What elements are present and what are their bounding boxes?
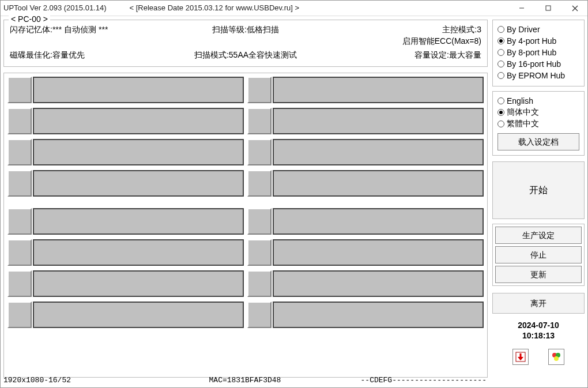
- flash-memory-label: 闪存记忆体:*** 自动侦测 ***: [10, 25, 165, 35]
- slot-row: [7, 139, 244, 165]
- status-resolution: 1920x1080-16/52: [3, 376, 163, 385]
- radio-icon: [497, 120, 504, 127]
- exit-button[interactable]: 离开: [492, 293, 585, 314]
- load-config-button[interactable]: 载入设定档: [497, 133, 579, 150]
- production-settings-button[interactable]: 生产设定: [495, 227, 582, 244]
- slot-row: [247, 170, 484, 197]
- hub-option-label: By 8-port Hub: [507, 48, 556, 57]
- hub-mode-group: By DriverBy 4-port HubBy 8-port HubBy 16…: [492, 20, 585, 86]
- time-text: 10:18:13: [492, 331, 585, 341]
- slot-index: [7, 77, 32, 103]
- slot-index: [7, 108, 32, 134]
- hub-option-label: By 4-port Hub: [507, 36, 556, 46]
- slot-bar: [273, 208, 484, 235]
- slot-bar: [273, 270, 484, 297]
- slot-bar: [273, 108, 484, 134]
- slots-bottom-half: [7, 208, 484, 328]
- hub-option-label: By Driver: [507, 25, 540, 34]
- slot-index: [247, 239, 272, 266]
- datetime-display: 2024-07-10 10:18:13: [492, 321, 585, 341]
- pc-group-legend: < PC-00 >: [9, 14, 50, 24]
- radio-icon: [497, 26, 504, 33]
- slot-row: [247, 208, 484, 235]
- slot-bar: [33, 139, 244, 165]
- slot-index: [247, 302, 272, 328]
- language-option[interactable]: 繁體中文: [497, 118, 579, 130]
- update-button[interactable]: 更新: [495, 266, 582, 283]
- hub-option[interactable]: By EPROM Hub: [497, 70, 579, 81]
- svg-rect-1: [546, 6, 551, 10]
- release-title: < [Release Date 2015.03.12 for www.USBDe…: [130, 3, 300, 12]
- app-title: UPTool Ver 2.093 (2015.01.14): [3, 3, 107, 12]
- slots-top-half: [7, 77, 484, 197]
- radio-icon: [497, 61, 504, 67]
- slot-index: [247, 270, 272, 297]
- language-option-label: English: [507, 96, 533, 106]
- start-button[interactable]: 开始: [492, 161, 585, 219]
- date-text: 2024-07-10: [492, 321, 585, 331]
- slot-bar: [273, 302, 484, 328]
- language-option-label: 繁體中文: [507, 119, 539, 129]
- main-control-mode-label: 主控模式:3: [326, 25, 481, 35]
- status-mac: MAC=1831BFAF3D48: [163, 376, 327, 385]
- slot-bar: [273, 170, 484, 197]
- capacity-label: 容量设定:最大容量: [326, 50, 481, 61]
- color-dots-icon[interactable]: [548, 349, 564, 365]
- svg-point-10: [554, 356, 559, 361]
- slot-bar: [33, 208, 244, 235]
- slot-index: [7, 170, 32, 197]
- slot-index: [7, 208, 32, 235]
- slot-row: [7, 302, 244, 328]
- ecc-label: 启用智能ECC(Max=8): [326, 36, 481, 47]
- close-button[interactable]: [561, 0, 588, 16]
- slot-row: [247, 239, 484, 266]
- download-icon[interactable]: [512, 349, 529, 365]
- hub-option[interactable]: By 16-port Hub: [497, 58, 579, 70]
- pc-info-group: < PC-00 > 闪存记忆体:*** 自动侦测 *** 扫描等级:低格扫描 主…: [3, 20, 488, 67]
- language-option[interactable]: English: [497, 95, 579, 107]
- slot-row: [7, 208, 244, 235]
- slot-row: [7, 77, 244, 103]
- slot-bar: [33, 108, 244, 134]
- slots-container: [3, 73, 488, 378]
- slot-row: [247, 77, 484, 103]
- slot-index: [247, 77, 272, 103]
- slot-bar: [33, 170, 244, 197]
- radio-icon: [497, 37, 504, 44]
- radio-icon: [497, 49, 504, 56]
- language-option-label: 簡体中文: [507, 107, 539, 118]
- radio-icon: [497, 72, 504, 79]
- hub-option-label: By 16-port Hub: [507, 59, 561, 69]
- status-drives: --CDEFG---------------------: [327, 376, 487, 385]
- slot-row: [247, 302, 484, 328]
- slot-bar: [33, 239, 244, 266]
- scan-mode-label: 扫描模式:55AA全容快速测试: [165, 50, 326, 61]
- hub-option[interactable]: By 8-port Hub: [497, 47, 579, 58]
- maximize-button[interactable]: [535, 0, 561, 16]
- language-option[interactable]: 簡体中文: [497, 107, 579, 118]
- scan-level-label: 扫描等级:低格扫描: [165, 25, 326, 35]
- slot-row: [247, 270, 484, 297]
- slot-row: [7, 170, 244, 197]
- hub-option[interactable]: By Driver: [497, 24, 579, 35]
- slot-row: [7, 239, 244, 266]
- slot-index: [247, 108, 272, 134]
- minimize-button[interactable]: [508, 0, 535, 16]
- slot-bar: [33, 302, 244, 328]
- titlebar: UPTool Ver 2.093 (2015.01.14) < [Release…: [0, 0, 588, 16]
- slot-index: [247, 208, 272, 235]
- slot-bar: [273, 139, 484, 165]
- slot-bar: [273, 239, 484, 266]
- slot-index: [7, 139, 32, 165]
- slot-bar: [273, 77, 484, 103]
- slot-index: [7, 239, 32, 266]
- statusbar: 1920x1080-16/52 MAC=1831BFAF3D48 --CDEFG…: [3, 374, 487, 386]
- radio-icon: [497, 109, 504, 116]
- slot-index: [7, 302, 32, 328]
- slot-index: [7, 270, 32, 297]
- language-group: English簡体中文繁體中文 载入设定档: [492, 91, 585, 156]
- stop-button[interactable]: 停止: [495, 246, 582, 263]
- hub-option[interactable]: By 4-port Hub: [497, 35, 579, 47]
- slot-row: [247, 139, 484, 165]
- radio-icon: [497, 97, 504, 104]
